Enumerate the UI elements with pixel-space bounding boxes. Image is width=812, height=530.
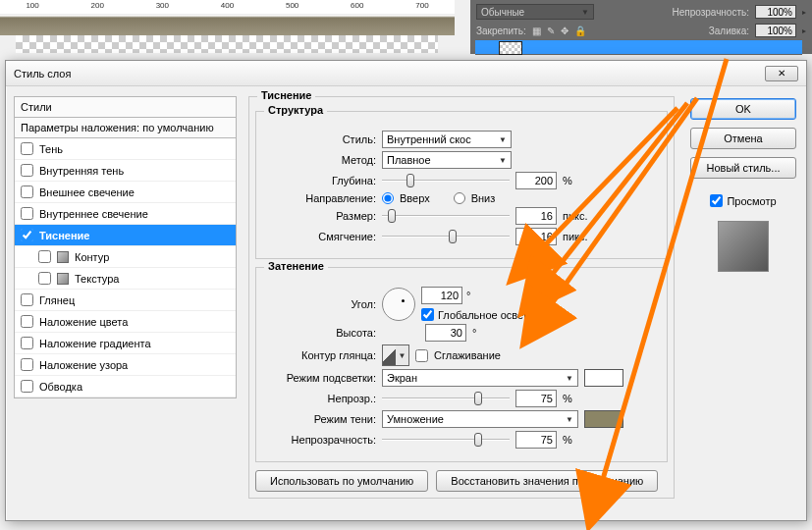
direction-down-radio[interactable] — [454, 192, 465, 204]
style-row-Внутреннее свечение[interactable]: Внутреннее свечение — [15, 203, 236, 225]
dialog-action-column: OK Отмена Новый стиль... Просмотр — [680, 86, 806, 520]
shadow-opacity-label: Непрозрачность: — [266, 434, 376, 446]
style-effect-list: ТеньВнутренняя теньВнешнее свечениеВнутр… — [14, 138, 237, 398]
style-checkbox[interactable] — [21, 164, 33, 177]
style-row-label: Наложение цвета — [39, 316, 128, 328]
layer-style-dialog: Стиль слоя ✕ Стили Параметры наложения: … — [5, 60, 807, 521]
fill-label: Заливка: — [709, 26, 749, 36]
style-row-label: Наложение градиента — [39, 338, 151, 349]
sub-style-icon — [57, 273, 69, 285]
reset-default-button[interactable]: Восстановить значения по умолчанию — [436, 470, 658, 492]
style-row-label: Контур — [75, 251, 109, 263]
style-row-Обводка[interactable]: Обводка — [15, 376, 236, 398]
dialog-title: Стиль слоя — [14, 68, 71, 80]
soften-input[interactable] — [515, 228, 557, 245]
shadow-mode-label: Режим тени: — [266, 413, 376, 425]
shadow-mode-combo[interactable]: Умножение▼ — [382, 410, 578, 428]
antialias-checkbox[interactable] — [415, 349, 428, 362]
lock-brush-icon[interactable]: ✎ — [547, 26, 555, 36]
style-label: Стиль: — [266, 133, 376, 145]
direction-up-radio[interactable] — [382, 192, 394, 204]
dialog-close-button[interactable]: ✕ — [765, 66, 798, 81]
style-row-label: Внутренняя тень — [39, 165, 124, 177]
lock-all-icon[interactable]: 🔒 — [574, 26, 586, 36]
altitude-input[interactable] — [425, 324, 466, 342]
method-label: Метод: — [266, 154, 376, 166]
new-style-button[interactable]: Новый стиль... — [690, 157, 796, 179]
make-default-button[interactable]: Использовать по умолчанию — [255, 470, 428, 492]
soften-slider[interactable] — [382, 230, 510, 243]
depth-input[interactable] — [515, 172, 557, 189]
shading-group: Затенение Угол: ° Глобальное освещение — [255, 267, 668, 462]
style-row-Наложение узора[interactable]: Наложение узора — [15, 354, 236, 376]
selected-layer-strip[interactable] — [475, 39, 802, 55]
bevel-legend: Тиснение — [257, 89, 315, 101]
bevel-style-combo[interactable]: Внутренний скос▼ — [382, 131, 512, 148]
soften-unit: пикс. — [563, 231, 596, 242]
style-row-Текстура[interactable]: Текстура — [15, 268, 236, 290]
style-row-Глянец[interactable]: Глянец — [15, 290, 236, 311]
gloss-contour-label: Контур глянца: — [266, 349, 376, 361]
preview-swatch — [718, 221, 769, 272]
style-checkbox[interactable] — [21, 293, 33, 306]
style-row-label: Обводка — [39, 381, 82, 393]
depth-slider[interactable] — [382, 174, 510, 187]
shadow-opacity-slider[interactable] — [382, 433, 510, 447]
blend-mode-combo[interactable]: Обычные▼ — [476, 4, 594, 20]
highlight-opacity-slider[interactable] — [382, 392, 510, 405]
style-row-Тиснение[interactable]: Тиснение — [15, 225, 236, 246]
style-checkbox[interactable] — [21, 142, 33, 155]
bevel-method-combo[interactable]: Плавное▼ — [382, 151, 512, 169]
size-input[interactable] — [515, 207, 557, 225]
ok-button[interactable]: OK — [690, 98, 796, 120]
fill-value[interactable]: 100% — [755, 24, 796, 37]
style-row-Наложение градиента[interactable]: Наложение градиента — [15, 333, 236, 354]
depth-unit: % — [563, 175, 596, 186]
style-checkbox[interactable] — [21, 358, 33, 371]
style-checkbox[interactable] — [38, 250, 51, 263]
style-row-Внутренняя тень[interactable]: Внутренняя тень — [15, 160, 236, 182]
style-row-label: Тень — [39, 143, 63, 155]
blending-options-header[interactable]: Параметры наложения: по умолчанию — [14, 118, 237, 138]
highlight-mode-label: Режим подсветки: — [266, 372, 376, 384]
gloss-contour-picker[interactable]: ▼ — [382, 344, 409, 366]
style-checkbox[interactable] — [21, 186, 33, 198]
style-row-Внешнее свечение[interactable]: Внешнее свечение — [15, 182, 236, 203]
lock-move-icon[interactable]: ✥ — [561, 26, 568, 36]
style-checkbox[interactable] — [21, 229, 33, 241]
shadow-color-swatch[interactable] — [584, 410, 623, 428]
size-slider[interactable] — [382, 209, 510, 223]
horizontal-ruler: 100200300 400500600 700 — [0, 0, 455, 14]
style-checkbox[interactable] — [21, 207, 33, 220]
close-icon: ✕ — [778, 68, 785, 79]
styles-header[interactable]: Стили — [14, 96, 237, 118]
lock-transparent-icon[interactable]: ▦ — [532, 26, 541, 36]
highlight-opacity-input[interactable] — [515, 390, 557, 407]
style-row-Наложение цвета[interactable]: Наложение цвета — [15, 311, 236, 333]
soften-label: Смягчение: — [266, 231, 376, 242]
highlight-color-swatch[interactable] — [584, 369, 623, 387]
style-checkbox[interactable] — [21, 337, 33, 349]
opacity-value[interactable]: 100% — [755, 5, 796, 19]
style-checkbox[interactable] — [38, 272, 51, 285]
shadow-opacity-input[interactable] — [515, 431, 557, 449]
layer-thumbnail — [499, 41, 522, 55]
direction-label: Направление: — [266, 192, 376, 204]
highlight-opacity-label: Непрозр.: — [266, 393, 376, 404]
dialog-titlebar[interactable]: Стиль слоя ✕ — [6, 61, 806, 86]
styles-list-column: Стили Параметры наложения: по умолчанию … — [6, 86, 244, 520]
style-row-Тень[interactable]: Тень — [15, 138, 236, 160]
angle-input[interactable] — [421, 287, 462, 304]
sub-style-icon — [57, 251, 69, 263]
style-row-Контур[interactable]: Контур — [15, 246, 236, 268]
size-label: Размер: — [266, 210, 376, 222]
style-row-label: Глянец — [39, 294, 75, 306]
angle-wheel[interactable] — [382, 288, 415, 321]
highlight-mode-combo[interactable]: Экран▼ — [382, 369, 578, 387]
cancel-button[interactable]: Отмена — [690, 128, 796, 149]
preview-checkbox-row[interactable]: Просмотр — [710, 194, 776, 207]
preview-checkbox[interactable] — [710, 194, 723, 207]
style-checkbox[interactable] — [21, 380, 33, 393]
global-light-checkbox[interactable] — [421, 308, 434, 321]
style-checkbox[interactable] — [21, 315, 33, 328]
